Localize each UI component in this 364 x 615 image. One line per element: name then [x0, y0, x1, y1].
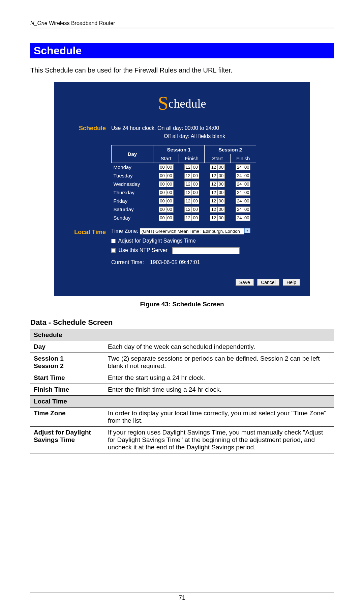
page-footer: 71: [30, 592, 334, 602]
s2-finish-m[interactable]: 00: [243, 173, 250, 179]
s1-finish-m[interactable]: 00: [192, 164, 199, 170]
s1-start-m[interactable]: 00: [166, 181, 174, 187]
data-heading: Data - Schedule Screen: [30, 318, 334, 327]
session1-header: Session 1: [153, 145, 205, 154]
day-cell: Tuesday: [112, 171, 153, 180]
s2-finish-m[interactable]: 00: [243, 190, 250, 196]
s2-finish-m[interactable]: 00: [243, 198, 250, 204]
ntp-checkbox[interactable]: [111, 248, 116, 253]
s2-finish-m[interactable]: 00: [243, 164, 250, 170]
clock-help: Use 24 hour clock. On all day: 00:00 to …: [111, 124, 303, 140]
data-table: Schedule DayEach day of the week can sch…: [30, 329, 334, 453]
table-row: Time ZoneIn order to display your local …: [30, 408, 334, 427]
clock-help-line2: Off all day: All fields blank: [111, 132, 303, 140]
s2-finish-m[interactable]: 00: [243, 181, 250, 187]
data-cat1: Schedule: [30, 329, 334, 341]
s2-start-h[interactable]: 12: [210, 206, 217, 213]
timezone-select[interactable]: (GMT) Greenwich Mean Time : Edinburgh, L…: [140, 228, 244, 234]
current-time-label: Current Time:: [111, 259, 144, 265]
s1-start-h[interactable]: 00: [159, 198, 166, 204]
s1-finish-h[interactable]: 12: [184, 181, 192, 187]
s1-start-h[interactable]: 00: [159, 215, 166, 221]
schedule-label: Schedule: [61, 124, 111, 132]
s1-finish-m[interactable]: 00: [192, 206, 199, 213]
s2-finish-m[interactable]: 00: [243, 215, 250, 221]
help-button[interactable]: Help: [283, 279, 300, 286]
s2-finish-m[interactable]: 00: [243, 206, 250, 213]
s1-start-m[interactable]: 00: [166, 206, 174, 213]
s2-finish-h[interactable]: 24: [236, 215, 243, 221]
table-row: Sunday0000120012002400: [112, 214, 256, 222]
s2-start-h[interactable]: 12: [210, 215, 217, 221]
s2-start-m[interactable]: 00: [217, 164, 225, 170]
data-label: Day: [30, 341, 104, 353]
cancel-button[interactable]: Cancel: [257, 279, 279, 286]
s1-start-m[interactable]: 00: [166, 173, 174, 179]
s2-start-m[interactable]: 00: [217, 181, 225, 187]
data-cat2: Local Time: [30, 396, 334, 408]
day-cell: Friday: [112, 197, 153, 205]
s2-start-h[interactable]: 12: [210, 198, 217, 204]
day-cell: Wednesday: [112, 180, 153, 188]
s1-finish-m[interactable]: 00: [192, 181, 199, 187]
table-row: Thursday0000120012002400: [112, 188, 256, 197]
table-row: Adjust for Daylight Savings TimeIf your …: [30, 427, 334, 453]
day-header: Day: [112, 145, 153, 163]
s1-finish-header: Finish: [179, 154, 205, 163]
s2-start-m[interactable]: 00: [217, 190, 225, 196]
data-desc: If your region uses Daylight Savings Tim…: [104, 427, 334, 453]
dst-checkbox[interactable]: [111, 239, 116, 243]
s2-start-m[interactable]: 00: [217, 206, 225, 213]
s2-finish-h[interactable]: 24: [236, 164, 243, 170]
s2-finish-h[interactable]: 24: [236, 190, 243, 196]
s2-finish-h[interactable]: 24: [236, 181, 243, 187]
intro-text: This Schedule can be used for the Firewa…: [30, 66, 334, 74]
s1-finish-h[interactable]: 12: [184, 164, 192, 170]
s1-finish-m[interactable]: 00: [192, 215, 199, 221]
s2-start-m[interactable]: 00: [217, 198, 225, 204]
s2-finish-h[interactable]: 24: [236, 206, 243, 213]
s2-start-m[interactable]: 00: [217, 173, 225, 179]
data-desc: Two (2) separate sessions or periods can…: [104, 353, 334, 372]
table-row: Friday0000120012002400: [112, 197, 256, 205]
table-row: Saturday0000120012002400: [112, 205, 256, 214]
s1-start-m[interactable]: 00: [166, 164, 174, 170]
s1-finish-h[interactable]: 12: [184, 198, 192, 204]
s1-finish-h[interactable]: 12: [184, 173, 192, 179]
clock-help-line1: Use 24 hour clock. On all day: 00:00 to …: [111, 124, 303, 132]
table-row: Start TimeEnter the start using a 24 hr …: [30, 372, 334, 384]
s2-finish-h[interactable]: 24: [236, 173, 243, 179]
data-label: Session 1Session 2: [30, 353, 104, 372]
s1-start-h[interactable]: 00: [159, 164, 166, 170]
save-button[interactable]: Save: [236, 279, 254, 286]
s1-start-m[interactable]: 00: [166, 190, 174, 196]
data-label: Finish Time: [30, 384, 104, 396]
s1-finish-m[interactable]: 00: [192, 190, 199, 196]
s1-start-h[interactable]: 00: [159, 190, 166, 196]
s2-start-h[interactable]: 12: [210, 164, 217, 170]
s2-start-m[interactable]: 00: [217, 215, 225, 221]
s1-finish-h[interactable]: 12: [184, 190, 192, 196]
s1-finish-m[interactable]: 00: [192, 198, 199, 204]
s1-start-h[interactable]: 00: [159, 173, 166, 179]
s1-finish-h[interactable]: 12: [184, 206, 192, 213]
timezone-label: Time Zone:: [111, 228, 138, 234]
s2-start-h[interactable]: 12: [210, 181, 217, 187]
section-title: Schedule: [30, 43, 334, 58]
day-cell: Saturday: [112, 205, 153, 214]
table-row: Tuesday0000120012002400: [112, 171, 256, 180]
s2-start-h[interactable]: 12: [210, 190, 217, 196]
local-time-label: Local Time: [61, 228, 111, 236]
s1-finish-m[interactable]: 00: [192, 173, 199, 179]
s1-start-m[interactable]: 00: [166, 198, 174, 204]
s2-finish-h[interactable]: 24: [236, 198, 243, 204]
s1-start-h[interactable]: 00: [159, 181, 166, 187]
ntp-server-input[interactable]: [172, 247, 240, 254]
s2-start-h[interactable]: 12: [210, 173, 217, 179]
s2-finish-header: Finish: [230, 154, 256, 163]
chevron-down-icon[interactable]: ▾: [244, 228, 250, 233]
s1-finish-h[interactable]: 12: [184, 215, 192, 221]
s1-start-h[interactable]: 00: [159, 206, 166, 213]
s1-start-m[interactable]: 00: [166, 215, 174, 221]
current-time-value: 1903-06-05 09:47:01: [150, 259, 200, 265]
